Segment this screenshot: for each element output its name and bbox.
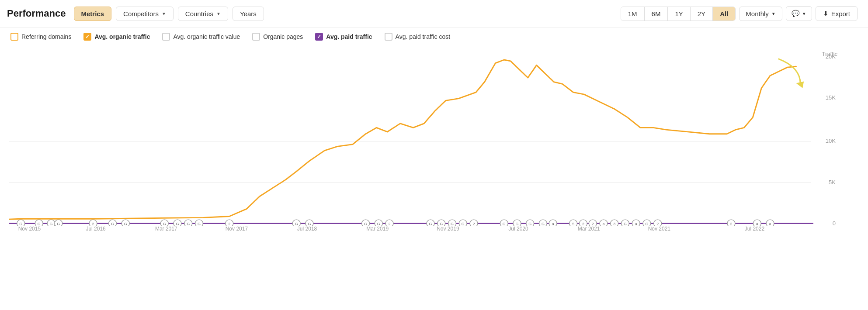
legend-referring-domains-label: Referring domains [21, 33, 71, 40]
export-icon: ⬇ [823, 10, 829, 17]
checkbox-avg-organic-traffic[interactable] [83, 33, 91, 41]
checkbox-avg-paid-traffic-cost[interactable] [385, 33, 392, 41]
legend-avg-organic-traffic-value-label: Avg. organic traffic value [173, 33, 240, 40]
comment-icon: 💬 [792, 10, 800, 17]
checkbox-avg-paid-traffic[interactable] [315, 33, 323, 41]
legend-organic-pages[interactable]: Organic pages [252, 33, 303, 41]
comment-button[interactable]: 💬 [786, 6, 812, 21]
x-label-nov2021: Nov 2021 [648, 226, 670, 260]
svg-text:G: G [462, 222, 465, 226]
legend-avg-organic-traffic[interactable]: Avg. organic traffic [83, 33, 150, 41]
x-label-jul2020: Jul 2020 [508, 226, 528, 260]
time-6m[interactable]: 6M [645, 7, 668, 21]
legend-avg-paid-traffic-label: Avg. paid traffic [326, 33, 372, 40]
svg-text:2: 2 [473, 222, 475, 226]
legend-avg-paid-traffic-cost[interactable]: Avg. paid traffic cost [385, 33, 451, 41]
svg-text:G: G [124, 222, 127, 226]
time-1y[interactable]: 1Y [668, 7, 690, 21]
y-label-5k: 5K [829, 179, 836, 186]
svg-text:G: G [19, 222, 22, 226]
x-label-nov2015: Nov 2015 [18, 226, 41, 260]
svg-text:G: G [440, 222, 443, 226]
svg-text:5: 5 [572, 222, 574, 226]
x-label-nov2017: Nov 2017 [226, 226, 248, 260]
svg-text:2: 2 [228, 222, 230, 226]
svg-text:G: G [451, 222, 454, 226]
legend-avg-organic-traffic-label: Avg. organic traffic [94, 33, 150, 40]
x-label-jul2018: Jul 2018 [297, 226, 317, 260]
x-label-jul2022: Jul 2022 [745, 226, 764, 260]
time-all[interactable]: All [713, 7, 735, 21]
time-range-group: 1M 6M 1Y 2Y All [621, 7, 736, 21]
organic-traffic-line [9, 60, 796, 219]
export-button[interactable]: ⬇ Export [816, 6, 858, 21]
years-button[interactable]: Years [233, 7, 264, 21]
svg-text:G: G [198, 222, 201, 226]
legend-bar: Referring domains Avg. organic traffic A… [0, 28, 868, 46]
svg-text:2: 2 [389, 222, 391, 226]
svg-text:G: G [542, 222, 545, 226]
svg-text:a: a [635, 222, 637, 226]
svg-marker-79 [796, 82, 804, 88]
svg-text:a: a [602, 222, 604, 226]
svg-text:2: 2 [656, 222, 659, 226]
svg-text:G: G [57, 222, 60, 226]
y-label-0: 0 [833, 220, 836, 227]
svg-text:2: 2 [592, 222, 594, 226]
time-2y[interactable]: 2Y [691, 7, 713, 21]
annotation-arrow [779, 59, 804, 88]
header-right: 1M 6M 1Y 2Y All Monthly 💬 ⬇ Export [621, 6, 858, 21]
x-label-nov2019: Nov 2019 [437, 226, 459, 260]
svg-text:a: a [769, 222, 771, 226]
metrics-button[interactable]: Metrics [74, 7, 112, 21]
checkbox-referring-domains[interactable] [10, 33, 18, 41]
svg-text:a: a [756, 222, 758, 226]
svg-text:a: a [552, 222, 554, 226]
svg-text:G: G [364, 222, 367, 226]
svg-text:G: G [377, 222, 380, 226]
y-label-15k: 15K [826, 94, 836, 101]
chart-container: Traffic 20K 15K 10K 5K 0 Nov 2015 Jul 20… [9, 51, 837, 247]
svg-text:G: G [308, 222, 311, 226]
svg-text:G: G [176, 222, 179, 226]
countries-button[interactable]: Countries [178, 7, 228, 21]
x-label-mar2017: Mar 2017 [155, 226, 177, 260]
checkbox-organic-pages[interactable] [252, 33, 260, 41]
svg-text:2: 2 [582, 222, 584, 226]
svg-text:2: 2 [92, 222, 94, 226]
svg-text:G: G [38, 222, 41, 226]
svg-text:2: 2 [730, 222, 732, 226]
time-1m[interactable]: 1M [621, 7, 645, 21]
checkbox-avg-organic-traffic-value[interactable] [162, 33, 170, 41]
header: Performance Metrics Competitors Countrie… [0, 0, 868, 28]
svg-text:G: G [528, 222, 531, 226]
legend-avg-organic-traffic-value[interactable]: Avg. organic traffic value [162, 33, 240, 41]
svg-text:G: G [503, 222, 506, 226]
legend-referring-domains[interactable]: Referring domains [10, 33, 71, 41]
monthly-button[interactable]: Monthly [739, 7, 782, 21]
y-label-20k: 20K [826, 53, 836, 60]
y-label-10k: 10K [826, 138, 836, 144]
svg-text:G: G [516, 222, 519, 226]
svg-text:G: G [624, 222, 627, 226]
svg-text:G: G [295, 222, 298, 226]
chart-svg: G G G G 2 G G G G G G 2 [9, 51, 813, 226]
svg-text:G: G [50, 222, 53, 226]
legend-avg-paid-traffic[interactable]: Avg. paid traffic [315, 33, 372, 41]
legend-avg-paid-traffic-cost-label: Avg. paid traffic cost [396, 33, 451, 40]
svg-text:G: G [187, 222, 190, 226]
svg-text:G: G [429, 222, 432, 226]
svg-text:G: G [645, 222, 648, 226]
x-label-jul2016: Jul 2016 [86, 226, 105, 260]
page-title: Performance [7, 8, 66, 19]
x-label-mar2021: Mar 2021 [578, 226, 600, 260]
competitors-button[interactable]: Competitors [116, 7, 174, 21]
chart-area: Traffic 20K 15K 10K 5K 0 Nov 2015 Jul 20… [0, 46, 868, 273]
svg-text:G: G [163, 222, 166, 226]
header-left: Performance Metrics Competitors Countrie… [7, 7, 264, 21]
x-label-mar2019: Mar 2019 [366, 226, 389, 260]
svg-text:G: G [111, 222, 114, 226]
svg-text:3: 3 [613, 222, 615, 226]
legend-organic-pages-label: Organic pages [263, 33, 303, 40]
